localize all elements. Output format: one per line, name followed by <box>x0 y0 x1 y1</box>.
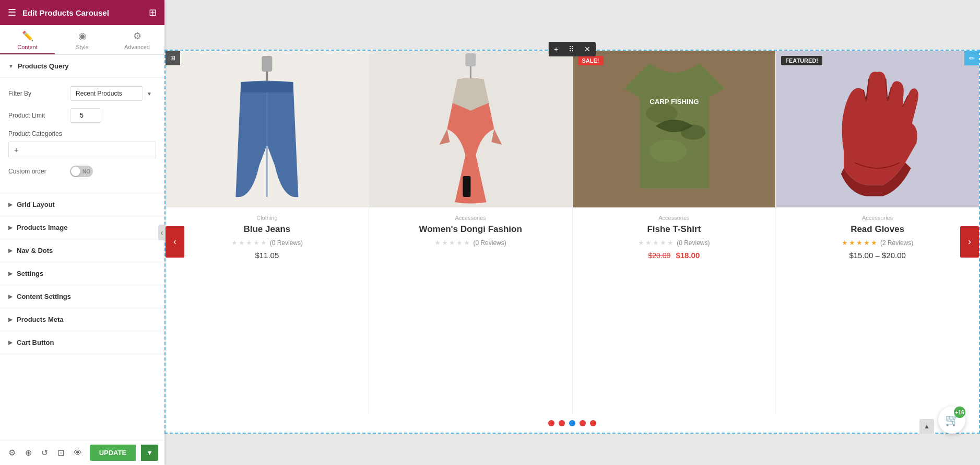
star-filled-icon: ★ <box>842 239 848 247</box>
carousel-next-button[interactable]: › <box>960 226 979 258</box>
svg-rect-0 <box>262 56 272 72</box>
star-icon: ★ <box>434 239 441 247</box>
section-content-settings[interactable]: ▶ Content Settings <box>0 285 164 308</box>
section-products-image[interactable]: ▶ Products Image <box>0 216 164 239</box>
main-bottom <box>164 434 980 465</box>
section-nav-dots[interactable]: ▶ Nav & Dots <box>0 239 164 262</box>
cart-fab[interactable]: 🛒 +16 <box>938 406 965 434</box>
nav-dots-chevron: ▶ <box>8 248 13 253</box>
product-card-3: SALE! CARP FISHING Accessories <box>573 51 776 414</box>
star-icon: ★ <box>645 239 652 247</box>
product-price-3: $20.00 $18.00 <box>579 251 770 260</box>
resize-handle[interactable] <box>161 0 164 465</box>
product-stars-2: ★ ★ ★ ★ ★ (0 Reviews) <box>375 239 566 247</box>
svg-rect-4 <box>465 53 476 66</box>
product-image-1 <box>166 51 369 207</box>
content-tab-icon: ✏️ <box>22 30 33 42</box>
section-cart-button[interactable]: ▶ Cart Button <box>0 331 164 354</box>
toggle-knob <box>71 167 80 176</box>
product-limit-input[interactable] <box>70 108 101 123</box>
update-button[interactable]: UPDATE <box>90 445 136 461</box>
product-info-4: Accessories Read Gloves ★ ★ ★ ★ ★ (2 Rev… <box>776 207 979 414</box>
product-category-1: Clothing <box>172 215 362 221</box>
product-limit-row: Product Limit <box>8 108 156 123</box>
panel-title: Edit Products Carousel <box>22 8 109 17</box>
select-arrow-icon: ▼ <box>147 91 152 97</box>
custom-order-row: Custom order NO <box>8 166 156 177</box>
main-top: + ⠿ ✕ <box>164 0 980 50</box>
chevron-down-icon: ▼ <box>8 63 14 69</box>
plus-icon: + <box>14 146 18 154</box>
cart-badge: +16 <box>954 406 965 418</box>
carousel-dot-2[interactable] <box>559 420 565 426</box>
settings-footer-icon[interactable]: ⚙ <box>6 446 18 460</box>
cart-button-chevron: ▶ <box>8 340 13 345</box>
content-tab-label: Content <box>17 44 38 50</box>
product-stars-3: ★ ★ ★ ★ ★ (0 Reviews) <box>579 239 770 247</box>
star-icon: ★ <box>667 239 674 247</box>
custom-order-toggle[interactable]: NO <box>70 166 93 177</box>
float-close-button[interactable]: ✕ <box>579 42 596 56</box>
star-icon: ★ <box>231 239 238 247</box>
product-price-4: $15.00 – $20.00 <box>782 251 973 260</box>
content-settings-chevron: ▶ <box>8 294 13 299</box>
carousel-dot-4[interactable] <box>580 420 586 426</box>
product-name-1: Blue Jeans <box>172 224 362 235</box>
section-products-query[interactable]: ▼ Products Query <box>0 55 164 78</box>
hamburger-icon[interactable]: ☰ <box>8 7 16 18</box>
style-tab-icon: ◉ <box>78 30 87 42</box>
custom-order-label: Custom order <box>8 168 66 175</box>
section-products-meta[interactable]: ▶ Products Meta <box>0 308 164 331</box>
carousel-dot-1[interactable] <box>548 420 554 426</box>
star-icon: ★ <box>442 239 448 247</box>
products-meta-label: Products Meta <box>17 316 64 323</box>
carousel-dot-3[interactable] <box>569 420 575 426</box>
edit-corner-icon[interactable]: ✏ <box>964 51 979 65</box>
section-settings[interactable]: ▶ Settings <box>0 262 164 285</box>
panel-header: ☰ Edit Products Carousel ⊞ <box>0 0 164 25</box>
grid-icon[interactable]: ⊞ <box>149 7 157 18</box>
tab-content[interactable]: ✏️ Content <box>0 25 55 54</box>
float-add-button[interactable]: + <box>549 42 563 56</box>
carousel-prev-button[interactable]: ‹ <box>166 226 184 258</box>
product-image-wrap-4: FEATURED! <box>776 51 979 207</box>
grid-layout-chevron: ▶ <box>8 202 13 207</box>
carousel-dot-5[interactable] <box>590 420 596 426</box>
star-filled-icon: ★ <box>864 239 870 247</box>
product-card-2: Accessories Women's Dongi Fashion ★ ★ ★ … <box>369 51 573 414</box>
product-image-wrap-2 <box>369 51 572 207</box>
settings-chevron: ▶ <box>8 271 13 276</box>
undo-footer-icon[interactable]: ↺ <box>39 446 50 460</box>
grid-layout-label: Grid Layout <box>17 201 55 208</box>
product-name-2: Women's Dongi Fashion <box>375 224 566 235</box>
categories-input[interactable]: + <box>8 142 156 158</box>
tab-style[interactable]: ◉ Style <box>55 25 110 54</box>
product-reviews-3: (0 Reviews) <box>677 239 710 247</box>
update-arrow-button[interactable]: ▼ <box>141 445 158 461</box>
header-left: ☰ Edit Products Carousel <box>8 7 109 18</box>
product-name-3: Fishe T-Shirt <box>579 224 770 235</box>
product-category-2: Accessories <box>375 215 566 221</box>
eye-footer-icon[interactable]: 👁 <box>72 446 84 460</box>
products-image-chevron: ▶ <box>8 225 13 230</box>
section-grid-layout[interactable]: ▶ Grid Layout <box>0 193 164 216</box>
layers-footer-icon[interactable]: ⊕ <box>23 446 34 460</box>
product-reviews-2: (0 Reviews) <box>473 239 506 247</box>
filter-by-select[interactable]: Recent Products Featured Products Sale P… <box>70 86 143 101</box>
panel-footer: ⚙ ⊕ ↺ ⊡ 👁 UPDATE ▼ <box>0 440 164 465</box>
product-image-3: CARP FISHING <box>573 51 776 207</box>
responsive-footer-icon[interactable]: ⊡ <box>55 446 66 460</box>
tab-advanced[interactable]: ⚙ Advanced <box>110 25 164 54</box>
filter-by-label: Filter By <box>8 90 66 97</box>
grid-handle[interactable]: ⊞ <box>166 51 180 65</box>
nav-dots-label: Nav & Dots <box>17 247 53 254</box>
star-icon: ★ <box>449 239 455 247</box>
scroll-to-top-button[interactable]: ▲ <box>919 419 934 434</box>
float-toolbar: + ⠿ ✕ <box>549 42 596 56</box>
product-image-wrap-1 <box>166 51 369 207</box>
filter-by-control: Recent Products Featured Products Sale P… <box>70 86 156 101</box>
float-move-button[interactable]: ⠿ <box>563 42 579 56</box>
panel-body: ▼ Products Query Filter By Recent Produc… <box>0 55 164 440</box>
star-half-icon: ★ <box>871 239 877 247</box>
star-filled-icon: ★ <box>856 239 863 247</box>
